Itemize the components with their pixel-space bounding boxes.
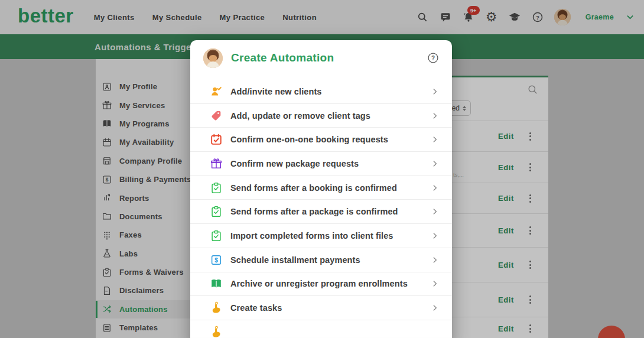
calendar-check-icon <box>210 133 223 146</box>
chevron-right-icon <box>431 304 439 312</box>
chevron-right-icon <box>431 232 439 240</box>
modal-header: Create Automation ? <box>190 40 452 76</box>
automation-option-label: Schedule installment payments <box>230 255 360 265</box>
automation-option-send-forms-after-a-booking-is-confirmed[interactable]: Send forms after a booking is confirmed <box>190 176 452 200</box>
create-automation-modal: Create Automation ? Add/invite new clien… <box>190 40 452 338</box>
chevron-right-icon <box>431 160 439 168</box>
automation-option-create-tasks[interactable]: Create tasks <box>190 296 452 320</box>
automation-option-add-invite-new-clients[interactable]: Add/invite new clients <box>190 80 452 104</box>
automation-option-schedule-installment-payments[interactable]: $Schedule installment payments <box>190 248 452 272</box>
person-check-icon <box>210 85 223 98</box>
chevron-right-icon <box>431 112 439 120</box>
dollar-square-icon: $ <box>210 254 223 266</box>
chevron-right-icon <box>431 280 439 288</box>
modal-title: Create Automation <box>231 51 334 64</box>
automation-option-archive-or-unregister-program-enrollments[interactable]: Archive or unregister program enrollment… <box>190 272 452 297</box>
tag-icon <box>210 109 223 122</box>
help-icon[interactable]: ? <box>427 52 439 64</box>
hand-task-icon <box>210 326 223 338</box>
clipboard-check-icon <box>210 229 223 242</box>
automation-option-label: Add/invite new clients <box>230 87 321 96</box>
automation-option-label: Create tasks <box>230 303 282 313</box>
automation-option-label: Send forms after a package is confirmed <box>230 207 398 216</box>
chevron-right-icon <box>431 207 439 216</box>
automation-option-label: Send forms after a booking is confirmed <box>230 183 397 193</box>
automation-option-label: Confirm new package requests <box>230 159 359 168</box>
automation-options-list: Add/invite new clientsAdd, update or rem… <box>190 80 452 338</box>
clipboard-check-icon <box>210 181 223 194</box>
automation-option-label: Archive or unregister program enrollment… <box>230 279 408 288</box>
automation-option-import-completed-forms-into-client-files[interactable]: Import completed forms into client files <box>190 224 452 248</box>
automation-option-label: Confirm one-on-one booking requests <box>230 135 388 144</box>
automation-option-send-forms-after-a-package-is-confirmed[interactable]: Send forms after a package is confirmed <box>190 200 452 224</box>
chevron-right-icon <box>431 87 439 96</box>
book-icon <box>210 277 223 290</box>
automation-option-confirm-new-package-requests[interactable]: Confirm new package requests <box>190 152 452 176</box>
automation-option-label: Add, update or remove client tags <box>230 111 370 121</box>
automation-option-label: Import completed forms into client files <box>230 231 393 240</box>
clipboard-check-icon <box>210 205 223 218</box>
svg-text:?: ? <box>431 55 435 61</box>
chevron-right-icon <box>431 135 439 144</box>
automation-option-confirm-one-on-one-booking-requests[interactable]: Confirm one-on-one booking requests <box>190 128 452 152</box>
svg-text:$: $ <box>214 257 218 264</box>
chevron-right-icon <box>431 184 439 192</box>
automation-option-add-update-or-remove-client-tags[interactable]: Add, update or remove client tags <box>190 104 452 128</box>
gift-icon <box>210 157 223 170</box>
chevron-right-icon <box>431 256 439 264</box>
user-avatar <box>203 48 223 68</box>
automation-option-partial[interactable] <box>190 320 452 338</box>
hand-task-icon <box>210 301 223 314</box>
